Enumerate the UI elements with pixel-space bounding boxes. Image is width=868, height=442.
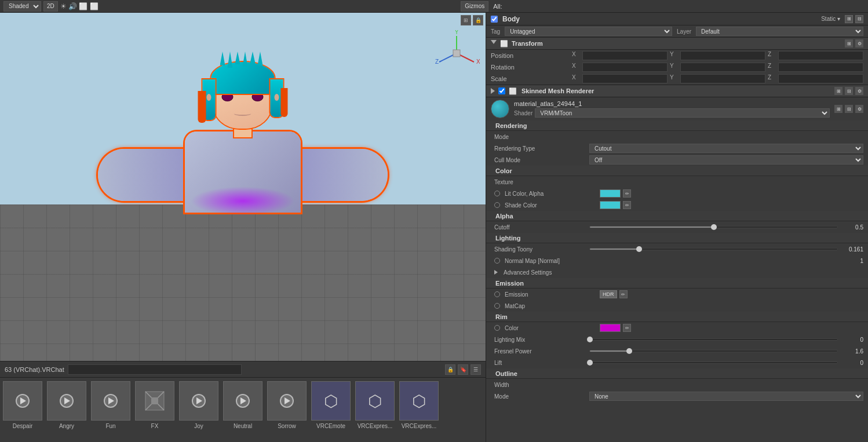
- shade-color-circle: [494, 202, 500, 208]
- scale-z[interactable]: 1: [778, 74, 863, 83]
- anim-bookmark-icon[interactable]: 🔖: [458, 364, 468, 375]
- mat-icon1[interactable]: ⊞: [834, 105, 843, 113]
- rendering-type-dropdown[interactable]: Cutout: [589, 144, 863, 153]
- smr-icon-btn2[interactable]: ⊟: [845, 87, 853, 95]
- body-active-checkbox[interactable]: [491, 16, 498, 23]
- anim-menu-icon[interactable]: ☰: [471, 364, 481, 375]
- avatar-hair-main: [211, 62, 275, 94]
- mode-label: Mode: [494, 134, 587, 140]
- maximize-btn[interactable]: ⊞: [461, 15, 471, 25]
- lit-color-circle: [494, 191, 500, 196]
- clip-joy[interactable]: Joy: [178, 381, 219, 439]
- shading-toony-thumb[interactable]: [636, 246, 642, 252]
- shader-dropdown[interactable]: VRM/MToon: [535, 108, 830, 118]
- transform-gear-btn[interactable]: ⚙: [855, 39, 863, 48]
- lock-btn[interactable]: 🔒: [473, 15, 483, 25]
- py-label: Y: [670, 51, 678, 60]
- cutoff-slider[interactable]: [589, 226, 838, 228]
- viewport-panel: Y X Z Front: [0, 13, 486, 442]
- position-y[interactable]: 0: [680, 51, 765, 60]
- rotation-x[interactable]: 0: [582, 63, 668, 72]
- shade-color-edit-btn[interactable]: ✏: [623, 201, 631, 209]
- smr-section-header[interactable]: ⬜ Skinned Mesh Renderer ⊞ ⊟ ⚙: [486, 85, 868, 97]
- inspector-icon2[interactable]: ⊟: [855, 15, 863, 23]
- transform-triangle: [491, 40, 497, 47]
- shading-toony-label: Shading Toony: [494, 246, 587, 253]
- clip-vrcexpres1[interactable]: ⬡ VRCExpres...: [355, 381, 395, 439]
- anim-search-input[interactable]: [68, 364, 242, 375]
- cutoff-row: Cutoff 0.5: [486, 221, 868, 233]
- shade-color-swatch[interactable]: [600, 201, 621, 209]
- fresnel-power-slider[interactable]: [589, 350, 838, 352]
- clip-angry[interactable]: Angry: [46, 381, 87, 439]
- scale-y[interactable]: 1: [680, 74, 765, 83]
- clip-sorrow[interactable]: Sorrow: [267, 381, 307, 439]
- clip-label-sorrow: Sorrow: [278, 423, 296, 429]
- clip-vrcexpres2[interactable]: ⬡ VRCExpres...: [399, 381, 439, 439]
- mat-gear[interactable]: ⚙: [855, 105, 863, 113]
- smr-icon-btn1[interactable]: ⊞: [834, 87, 843, 95]
- advanced-settings-row[interactable]: Advanced Settings: [486, 266, 868, 278]
- shading-toony-slider[interactable]: [589, 248, 838, 250]
- clip-despair[interactable]: Despair: [2, 381, 43, 439]
- 2d-button[interactable]: 2D: [43, 1, 58, 12]
- cutoff-value: 0.5: [840, 224, 863, 231]
- lit-color-swatch[interactable]: [600, 189, 621, 198]
- alpha-section-title: Alpha: [486, 211, 868, 221]
- toolbar-center: Gizmos All:: [99, 1, 865, 12]
- axis-widget: Y X Z: [433, 30, 480, 76]
- cull-mode-dropdown[interactable]: Off: [589, 155, 863, 165]
- tag-dropdown[interactable]: Untagged: [505, 27, 672, 36]
- rim-color-label: Color: [505, 325, 597, 331]
- inspector-icon1[interactable]: ⊞: [845, 15, 853, 23]
- svg-text:Y: Y: [455, 30, 459, 35]
- smr-icon: ⬜: [509, 87, 517, 95]
- smr-gear-btn[interactable]: ⚙: [855, 87, 863, 95]
- scale-x[interactable]: 1: [582, 74, 668, 83]
- shading-dropdown[interactable]: Shaded: [3, 1, 41, 12]
- fresnel-power-track: [589, 350, 838, 352]
- emission-edit-btn[interactable]: ✏: [619, 290, 628, 298]
- rz-label: Z: [768, 63, 776, 72]
- shade-color-row: Shade Color ✏: [486, 199, 868, 211]
- lift-thumb[interactable]: [587, 360, 593, 366]
- svg-rect-6: [453, 50, 460, 57]
- rotation-z[interactable]: 0: [778, 63, 863, 72]
- clip-label-fun: Fun: [105, 423, 115, 429]
- outline-mode-dropdown[interactable]: None: [589, 392, 863, 401]
- clip-fx[interactable]: FX: [134, 381, 175, 439]
- position-label: Position: [491, 52, 572, 59]
- toolbar-icons: ☀ 🔊 ⬜ ⬜: [60, 2, 99, 10]
- rotation-y[interactable]: 0: [680, 63, 765, 72]
- transform-section-header[interactable]: ⬜ Transform ⊞ ⚙: [486, 37, 868, 50]
- fresnel-power-thumb[interactable]: [626, 348, 632, 354]
- cutoff-thumb[interactable]: [711, 224, 717, 230]
- color-section-title: Color: [486, 166, 868, 176]
- transform-icon-btn1[interactable]: ⊞: [845, 39, 853, 48]
- clip-thumb-fx: [135, 381, 174, 421]
- position-x[interactable]: 0: [582, 51, 668, 60]
- rim-color-swatch[interactable]: [600, 324, 621, 332]
- clip-thumb-vrcexpres2: ⬡: [399, 381, 439, 421]
- layer-dropdown[interactable]: Default: [696, 27, 863, 36]
- smr-title: Skinned Mesh Renderer: [521, 87, 594, 94]
- lit-color-edit-btn[interactable]: ✏: [623, 189, 631, 198]
- sx-label: X: [572, 74, 580, 83]
- clip-fun[interactable]: Fun: [90, 381, 131, 439]
- lift-slider[interactable]: [589, 361, 838, 364]
- clip-neutral[interactable]: Neutral: [223, 381, 263, 439]
- viewport-3d[interactable]: Y X Z Front: [0, 13, 486, 361]
- rim-color-row: Color ✏: [486, 322, 868, 334]
- lighting-mix-row: Lighting Mix 0: [486, 334, 868, 345]
- lighting-mix-thumb[interactable]: [587, 337, 593, 342]
- lift-label: Lift: [494, 360, 587, 366]
- lighting-mix-slider[interactable]: [589, 338, 838, 341]
- mat-icon2[interactable]: ⊟: [845, 105, 853, 113]
- anim-lock-icon[interactable]: 🔒: [445, 364, 455, 375]
- position-z[interactable]: 0: [778, 51, 863, 60]
- clip-vrcemote[interactable]: ⬡ VRCEmote: [311, 381, 351, 439]
- gizmos-button[interactable]: Gizmos: [461, 1, 488, 12]
- cull-mode-label: Cull Mode: [494, 157, 587, 163]
- smr-active-checkbox[interactable]: [498, 87, 505, 94]
- rim-color-edit-btn[interactable]: ✏: [623, 324, 631, 332]
